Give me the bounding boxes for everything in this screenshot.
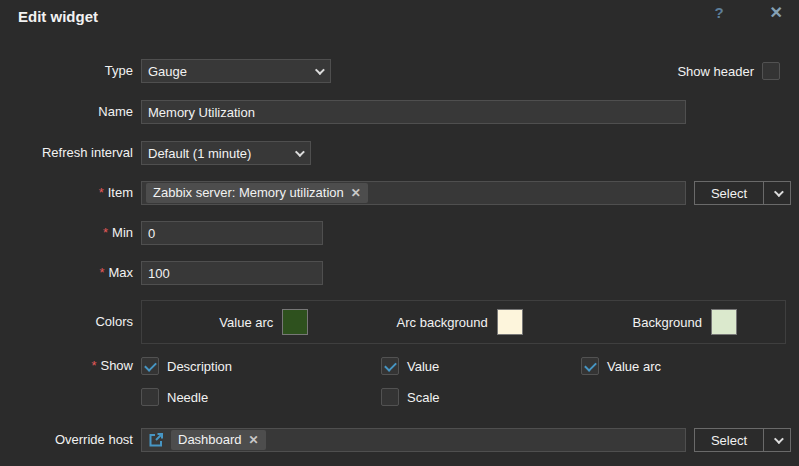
value-arc-color-swatch[interactable] [282,309,308,335]
override-host-multiselect-input[interactable]: Dashboard ✕ [141,428,686,452]
chevron-down-icon [773,187,783,197]
background-color-swatch[interactable] [711,309,737,335]
show-header-label: Show header [677,64,754,79]
required-asterisk: * [99,185,104,200]
override-host-select-button[interactable]: Select [695,429,763,451]
dashboard-reference-icon [148,432,164,448]
item-select-dropdown-button[interactable] [763,182,790,204]
item-multiselect-input[interactable]: Zabbix server: Memory utilization ✕ [141,181,686,205]
show-description-label: Description [167,359,232,374]
show-value-arc-label: Value arc [607,359,661,374]
show-value-label: Value [407,359,439,374]
refresh-interval-select[interactable]: Default (1 minute) [141,141,311,165]
show-needle-checkbox[interactable] [141,388,159,406]
show-options: Description Value Value arc Needle Scale [141,357,701,406]
min-input[interactable] [141,221,323,245]
override-host-chip: Dashboard ✕ [171,430,266,450]
refresh-interval-value: Default (1 minute) [148,146,251,161]
min-label: *Min [0,224,133,242]
override-host-select-dropdown-button[interactable] [763,429,790,451]
type-select[interactable]: Gauge [141,59,331,83]
chevron-down-icon [315,65,325,75]
dialog-title: Edit widget [18,8,98,25]
arc-background-color-swatch[interactable] [497,309,523,335]
override-host-select-button-group: Select [694,428,791,452]
show-scale-label: Scale [407,390,440,405]
name-label: Name [0,103,133,121]
override-host-label: Override host [0,431,133,449]
required-asterisk: * [99,265,104,280]
arc-background-color-label: Arc background [397,315,488,330]
max-label: *Max [0,264,133,282]
chevron-down-icon [773,434,783,444]
item-chip-label: Zabbix server: Memory utilization [153,185,344,201]
chevron-down-icon [295,147,305,157]
background-color-label: Background [633,315,702,330]
show-value-checkbox[interactable] [381,357,399,375]
required-asterisk: * [103,225,108,240]
type-label: Type [0,62,133,80]
show-header-checkbox[interactable] [762,62,780,80]
help-icon[interactable]: ? [708,3,729,22]
show-scale-checkbox[interactable] [381,388,399,406]
colors-fieldset: Value arc Arc background Background [141,300,786,344]
name-input[interactable] [141,100,686,124]
show-description-checkbox[interactable] [141,357,159,375]
type-select-value: Gauge [148,64,187,79]
colors-label: Colors [0,313,133,331]
item-select-button[interactable]: Select [695,182,763,204]
show-needle-label: Needle [167,390,208,405]
close-icon[interactable]: ✕ [764,2,789,23]
refresh-interval-label: Refresh interval [0,144,133,162]
edit-widget-dialog: Edit widget ? ✕ Type Gauge Show header N… [0,0,799,466]
remove-item-icon[interactable]: ✕ [351,185,361,201]
value-arc-color-label: Value arc [219,315,273,330]
override-host-chip-label: Dashboard [178,432,242,448]
show-value-arc-checkbox[interactable] [581,357,599,375]
show-label: *Show [0,357,133,375]
remove-override-host-icon[interactable]: ✕ [249,432,259,448]
item-label: *Item [0,184,133,202]
item-chip: Zabbix server: Memory utilization ✕ [146,183,368,203]
item-select-button-group: Select [694,181,791,205]
required-asterisk: * [91,358,96,373]
max-input[interactable] [141,261,323,285]
